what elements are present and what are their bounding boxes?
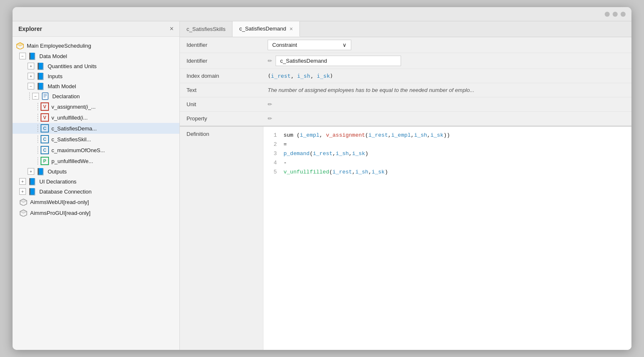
code-text-1: sum (i_empl, v_assignment(i_rest,i_empl,… [284,131,450,140]
c-icon: C [41,124,49,133]
right-panel: c_SatisfiesSkills c_SatisfiesDemand × Id… [180,21,631,350]
code-line-4: 4 - [270,158,625,168]
tree-label-uidecl: UI Declarations [39,178,77,185]
tree-item-inputs[interactable]: + 📘 Inputs [13,71,179,81]
tree-label-dbconn: Database Connection [39,189,92,195]
tree-item-main[interactable]: Main EmployeeScheduling [13,40,179,51]
book-icon-inputs: 📘 [36,72,45,80]
tree-item-quantities[interactable]: + 📘 Quantities and Units [13,61,179,71]
tree-item-p-unfulfilled[interactable]: P p_unfulfilledWe... [13,156,179,166]
tree-item-uidecl[interactable]: + 📘 UI Declarations [13,176,179,186]
tree-label-v-assignment: v_assignment(i_... [51,104,96,110]
tree-label-quantities: Quantities and Units [48,63,97,69]
sidebar-header: Explorer × [13,21,179,37]
svg-marker-1 [17,43,23,46]
tree-label-c-satisfiesdemand: c_SatisfiesDema... [51,125,97,132]
line-num-5: 5 [270,168,277,177]
book-icon-uidecl: 📘 [28,178,37,185]
properties-panel: Identifier Constraint ∨ Identifier ✏ [180,37,631,126]
expand-dbconn[interactable]: + [19,188,26,195]
code-area[interactable]: 1 sum (i_empl, v_assignment(i_rest,i_emp… [263,127,631,350]
code-line-3: 3 p_demand(i_rest,i_sh,i_sk) [270,149,625,158]
main-window: Explorer × Main EmployeeScheduling [13,7,631,350]
prop-label-identifier-name: Identifier [180,55,263,66]
expand-declaration[interactable]: − [32,93,39,99]
prop-label-property: Property [180,113,263,124]
tree-item-outputs[interactable]: + 📘 Outputs [13,166,179,176]
tab-label-1: c_SatisfiesSkills [187,26,225,32]
window-controls [605,12,626,17]
expand-inputs[interactable]: + [28,73,34,79]
book-icon-datamodel: 📘 [28,52,37,60]
tree-label-aimmswebui: AimmsWebUI[read-only] [30,199,89,205]
prop-row-index-domain: Index domain (i_rest, i_sh, i_sk) [180,69,631,83]
tree-item-v-unfulfilled[interactable]: V v_unfulfilled(i... [13,112,179,123]
cube-icon-pro [19,209,28,217]
code-text-5: v_unfullfilled(i_rest,i_sh,i_sk) [284,168,388,177]
index-domain-value: (i_rest, i_sh, i_sk) [268,73,333,79]
tab-c-satisfiesdemand[interactable]: c_SatisfiesDemand × [233,21,300,37]
expand-outputs[interactable]: + [28,168,34,175]
prop-value-text: The number of assigned employees has to … [263,84,631,96]
tree-item-v-assignment[interactable]: V v_assignment(i_... [13,101,179,112]
prop-value-property: ✏ [263,113,631,124]
prop-label-index-domain: Index domain [180,70,263,82]
definition-panel: Definition 1 sum (i_empl, v_assignment(i… [180,126,631,350]
tree-item-dbconn[interactable]: + 📘 Database Connection [13,186,179,196]
tree-label-p-unfulfilled: p_unfulfilledWe... [51,158,93,164]
svg-marker-7 [20,199,27,202]
p-icon: P [41,157,49,165]
expand-quantities[interactable]: + [28,63,34,69]
expand-datamodel[interactable]: − [19,53,26,59]
book-icon-quantities: 📘 [36,62,45,70]
prop-value-unit: ✏ [263,99,631,110]
main-area: Explorer × Main EmployeeScheduling [13,21,631,350]
book-icon-outputs: 📘 [36,168,45,175]
tree-item-c-maximum[interactable]: C c_maximumOfOneS... [13,145,179,156]
dot1 [605,12,610,17]
v-icon2: V [41,113,49,122]
sidebar-tree: Main EmployeeScheduling − 📘 Data Model +… [13,37,179,350]
tab-c-satisfiesskills[interactable]: c_SatisfiesSkills [180,21,233,37]
tree-label-inputs: Inputs [48,73,62,79]
tree-item-aimmsprogui[interactable]: AimmsProGUI[read-only] [13,207,179,218]
v-icon: V [41,102,49,111]
tree-label-c-maximum: c_maximumOfOneS... [51,147,105,153]
prop-row-unit: Unit ✏ [180,97,631,112]
tree-label-aimmsprogui: AimmsProGUI[read-only] [30,210,90,216]
sidebar: Explorer × Main EmployeeScheduling [13,21,180,350]
tab-label-2: c_SatisfiesDemand [239,26,286,32]
code-line-2: 2 = [270,140,625,149]
expand-uidecl[interactable]: + [19,178,26,185]
tab-close-icon[interactable]: × [289,26,293,32]
code-text-3: p_demand(i_rest,i_sh,i_sk) [284,149,368,158]
dropdown-arrow: ∨ [342,42,347,48]
tree-label-main: Main EmployeeScheduling [27,43,91,49]
prop-row-text: Text The number of assigned employees ha… [180,83,631,97]
book-icon-mathmodel: 📘 [36,82,45,90]
tree-item-c-satisfiesdemand[interactable]: C c_SatisfiesDema... [13,123,179,134]
code-line-5: 5 v_unfullfilled(i_rest,i_sh,i_sk) [270,168,625,177]
pencil-icon-id[interactable]: ✏ [268,58,272,64]
prop-label-unit: Unit [180,99,263,110]
identifier-type-dropdown[interactable]: Constraint ∨ [268,40,351,50]
dropdown-value: Constraint [272,42,297,48]
tree-item-datamodel[interactable]: − 📘 Data Model [13,51,179,61]
pencil-icon-property[interactable]: ✏ [268,115,272,122]
cube-icon [16,41,24,50]
prop-value-identifier-name: ✏ [263,53,631,69]
close-icon[interactable]: × [170,26,174,32]
line-num-4: 4 [270,158,277,168]
tree-item-declaration[interactable]: − Declaration [13,91,179,101]
line-num-2: 2 [270,140,277,149]
tree-item-mathmodel[interactable]: − 📘 Math Model [13,81,179,91]
prop-row-identifier-name: Identifier ✏ [180,53,631,69]
identifier-name-input[interactable] [276,56,401,66]
tree-item-c-satisfiesskill[interactable]: C c_SatisfiesSkil... [13,134,179,145]
text-value: The number of assigned employees has to … [268,87,474,93]
expand-mathmodel[interactable]: − [28,83,34,89]
pencil-icon-unit[interactable]: ✏ [268,101,272,107]
tree-item-aimmswebui[interactable]: AimmsWebUI[read-only] [13,196,179,207]
svg-marker-9 [20,210,27,213]
decl-icon [41,92,50,100]
